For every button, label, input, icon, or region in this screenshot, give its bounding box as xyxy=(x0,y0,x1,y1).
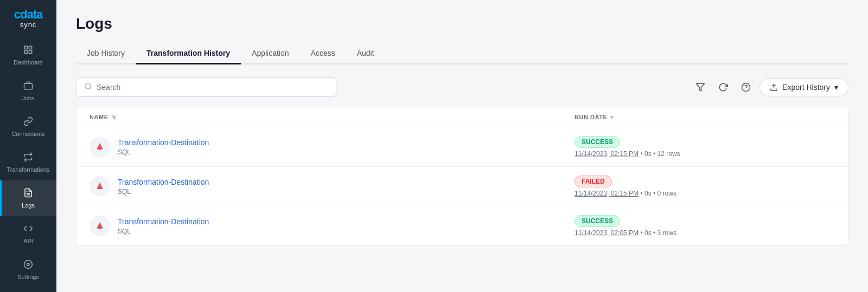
sidebar-item-api[interactable]: API xyxy=(0,216,56,252)
row-meta-3: 11/14/2023, 02:05 PM • 0s • 3 rows xyxy=(575,229,835,237)
search-icon xyxy=(84,82,92,92)
row-left-3: Transformation-Destination SQL xyxy=(90,216,575,236)
toolbar: Export History ▾ xyxy=(76,77,848,97)
settings-icon xyxy=(23,259,33,271)
row-info-2: Transformation-Destination SQL xyxy=(118,177,209,196)
row-duration-1: 0s xyxy=(644,150,652,158)
row-date-1[interactable]: 11/14/2023, 02:15 PM xyxy=(575,150,639,158)
table-row: Transformation-Destination SQL FAILED 11… xyxy=(76,167,848,206)
row-right-1: SUCCESS 11/14/2023, 02:15 PM • 0s • 12 r… xyxy=(575,136,835,158)
row-name-3[interactable]: Transformation-Destination xyxy=(118,217,209,226)
row-rows-3: 3 rows xyxy=(658,229,676,237)
row-duration-2: 0s xyxy=(644,190,652,197)
row-meta-2: 11/14/2023, 02:15 PM • 0s • 0 rows xyxy=(575,190,835,197)
toolbar-icons xyxy=(693,80,753,94)
sidebar-item-settings[interactable]: Settings xyxy=(0,252,56,288)
sidebar: cdata sync Dashboard Jobs Connections T xyxy=(0,0,56,292)
api-icon xyxy=(23,224,33,236)
tab-transformation-history[interactable]: Transformation History xyxy=(136,43,241,64)
svg-rect-4 xyxy=(24,83,33,89)
tab-application[interactable]: Application xyxy=(241,43,300,64)
status-badge-2: FAILED xyxy=(575,176,612,187)
row-name-2[interactable]: Transformation-Destination xyxy=(118,178,209,186)
page-title: Logs xyxy=(76,15,848,33)
connections-icon xyxy=(23,116,33,128)
sidebar-item-connections[interactable]: Connections xyxy=(0,109,56,145)
row-icon-3 xyxy=(90,216,110,236)
sidebar-nav: Dashboard Jobs Connections Transformatio… xyxy=(0,37,56,288)
sidebar-item-transformations-label: Transformations xyxy=(7,166,49,173)
row-left-1: Transformation-Destination SQL xyxy=(90,137,575,157)
svg-marker-10 xyxy=(697,83,705,91)
search-box[interactable] xyxy=(76,77,336,97)
row-rows-1: 12 rows xyxy=(658,150,680,158)
svg-rect-16 xyxy=(99,148,101,149)
tab-audit[interactable]: Audit xyxy=(346,43,385,64)
sidebar-item-transformations[interactable]: Transformations xyxy=(0,145,56,180)
row-name-1[interactable]: Transformation-Destination xyxy=(118,138,209,147)
row-date-2[interactable]: 11/14/2023, 02:15 PM xyxy=(575,190,639,197)
table-row: Transformation-Destination SQL SUCCESS 1… xyxy=(76,127,848,167)
logo-brand: cdata xyxy=(14,9,42,21)
name-sort-icon[interactable]: ⇅ xyxy=(112,114,117,120)
row-left-2: Transformation-Destination SQL xyxy=(90,176,575,197)
table-container: NAME ⇅ RUN DATE ▾ Transformation-Destin xyxy=(76,107,848,246)
sidebar-item-jobs[interactable]: Jobs xyxy=(0,73,56,109)
row-meta-1: 11/14/2023, 02:15 PM • 0s • 12 rows xyxy=(575,150,835,158)
row-rows-2: 0 rows xyxy=(658,190,676,197)
row-info-3: Transformation-Destination SQL xyxy=(118,217,209,235)
row-type-3: SQL xyxy=(118,228,209,235)
export-history-label: Export History xyxy=(782,83,830,92)
table-row: Transformation-Destination SQL SUCCESS 1… xyxy=(76,206,848,245)
svg-point-7 xyxy=(27,263,30,266)
sidebar-item-connections-label: Connections xyxy=(11,131,44,137)
col-header-name: NAME ⇅ xyxy=(90,114,575,120)
svg-rect-0 xyxy=(24,46,27,49)
help-button[interactable] xyxy=(739,80,753,94)
row-icon-2 xyxy=(90,176,110,197)
tab-job-history[interactable]: Job History xyxy=(76,43,136,64)
row-info-1: Transformation-Destination SQL xyxy=(118,138,209,156)
jobs-icon xyxy=(23,81,33,93)
row-duration-3: 0s xyxy=(644,229,652,237)
active-indicator xyxy=(0,180,2,216)
row-right-2: FAILED 11/14/2023, 02:15 PM • 0s • 0 row… xyxy=(575,176,835,197)
export-chevron-icon: ▾ xyxy=(834,83,838,92)
row-type-2: SQL xyxy=(118,188,209,196)
sidebar-item-api-label: API xyxy=(23,238,33,244)
svg-rect-3 xyxy=(29,51,32,54)
row-right-3: SUCCESS 11/14/2023, 02:05 PM • 0s • 3 ro… xyxy=(575,215,835,237)
sidebar-logo: cdata sync xyxy=(0,0,56,35)
sidebar-item-logs-label: Logs xyxy=(22,202,35,209)
logs-icon xyxy=(23,188,33,200)
main-content: Logs Job History Transformation History … xyxy=(56,0,868,292)
row-date-3[interactable]: 11/14/2023, 02:05 PM xyxy=(575,229,639,237)
sidebar-item-dashboard[interactable]: Dashboard xyxy=(0,37,56,73)
svg-line-9 xyxy=(90,88,91,89)
row-type-1: SQL xyxy=(118,148,209,156)
status-badge-1: SUCCESS xyxy=(575,136,620,148)
export-history-button[interactable]: Export History ▾ xyxy=(760,78,848,96)
logo-product: sync xyxy=(20,21,37,29)
row-icon-1 xyxy=(90,137,110,157)
transformations-icon xyxy=(23,152,33,164)
tabs-container: Job History Transformation History Appli… xyxy=(76,43,848,64)
svg-rect-19 xyxy=(99,187,101,189)
sidebar-item-dashboard-label: Dashboard xyxy=(14,59,43,66)
sidebar-item-settings-label: Settings xyxy=(17,274,39,280)
refresh-button[interactable] xyxy=(716,80,730,94)
svg-rect-1 xyxy=(29,46,32,49)
sidebar-item-logs[interactable]: Logs xyxy=(0,180,56,216)
svg-rect-2 xyxy=(24,51,27,54)
filter-button[interactable] xyxy=(693,80,707,94)
search-input[interactable] xyxy=(97,83,328,92)
svg-point-8 xyxy=(85,83,91,89)
sidebar-item-jobs-label: Jobs xyxy=(22,95,34,101)
col-header-run-date: RUN DATE ▾ xyxy=(575,114,835,120)
svg-rect-22 xyxy=(99,227,101,228)
rundate-sort-icon[interactable]: ▾ xyxy=(610,114,614,120)
status-badge-3: SUCCESS xyxy=(575,215,620,227)
table-header: NAME ⇅ RUN DATE ▾ xyxy=(76,107,848,127)
dashboard-icon xyxy=(23,45,33,57)
tab-access[interactable]: Access xyxy=(300,43,346,64)
